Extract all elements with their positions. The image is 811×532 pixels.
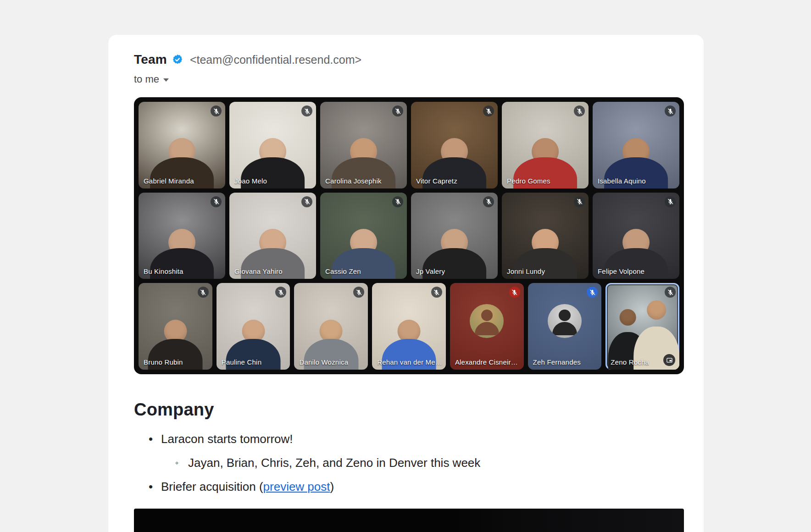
meet-row: Bruno Rubin Pauline Chin Danilo Woznica: [139, 283, 679, 370]
briefer-preview-image: [134, 509, 684, 532]
sender-email: <team@confidential.resend.com>: [190, 53, 361, 66]
participant-name: Pauline Chin: [222, 358, 261, 366]
participant-tile: Jp Valery: [411, 193, 498, 279]
participant-name: Bruno Rubin: [144, 358, 183, 366]
bullet-text: Briefer acquisition (: [161, 480, 263, 493]
mic-muted-icon: [211, 105, 222, 116]
avatar: [548, 304, 582, 338]
mic-muted-icon: [211, 196, 222, 207]
mic-muted-icon: [431, 287, 442, 298]
participant-tile: Cassio Zen: [320, 193, 407, 279]
preview-post-link[interactable]: preview post: [263, 480, 330, 493]
participant-tile: Giovana Yahiro: [229, 193, 316, 279]
participant-tile: Alexandre Cisneir…: [450, 283, 524, 370]
participant-tile: Joao Melo: [229, 102, 316, 188]
mic-muted-icon: [665, 196, 676, 207]
section-heading-company: Company: [134, 400, 683, 420]
mic-muted-icon: [392, 196, 403, 207]
participant-name: Isabella Aquino: [598, 177, 646, 185]
participant-tile: Bu Kinoshita: [139, 193, 225, 279]
recipient-label: to me: [134, 73, 159, 85]
participant-name: Cassio Zen: [325, 267, 361, 275]
bullet-text: Jayan, Brian, Chris, Zeh, and Zeno in De…: [188, 456, 480, 470]
participant-tile: Pedro Gomes: [502, 102, 589, 188]
pip-icon: [663, 354, 675, 366]
verified-badge-icon: [172, 54, 183, 66]
participant-name: Vitor Capretz: [416, 177, 457, 185]
participant-name: Pedro Gomes: [507, 177, 550, 185]
hollow-bullet-marker: ◦: [175, 451, 178, 475]
mic-muted-icon: [353, 287, 364, 298]
participant-name: Joao Melo: [234, 177, 267, 185]
participant-name: Danilo Woznica: [299, 358, 348, 366]
participant-tile: Zeno Rocha: [605, 283, 679, 370]
participant-tile: Rehan van der Me…: [372, 283, 446, 370]
email-card: Team <team@confidential.resend.com> to m…: [108, 35, 704, 532]
meet-row: Gabriel Miranda Joao Melo Carolina Josep…: [139, 102, 679, 188]
participant-tile: Pauline Chin: [217, 283, 290, 370]
team-call-image: Gabriel Miranda Joao Melo Carolina Josep…: [134, 97, 684, 374]
participant-name: Bu Kinoshita: [144, 267, 183, 275]
bullet-marker: •: [149, 427, 153, 451]
chevron-down-icon: [163, 78, 169, 82]
avatar: [470, 304, 504, 338]
participant-tile: Gabriel Miranda: [139, 102, 225, 188]
participant-name: Rehan van der Me…: [377, 358, 442, 366]
participant-tile: Zeh Fernandes: [528, 283, 602, 370]
mic-muted-icon: [392, 105, 403, 116]
mic-muted-icon: [275, 287, 286, 298]
bullet-item: ◦Jayan, Brian, Chris, Zeh, and Zeno in D…: [134, 451, 683, 475]
mic-muted-icon: [574, 196, 585, 207]
bullet-item: •Laracon starts tomorrow!: [134, 427, 683, 451]
participant-name: Jonni Lundy: [507, 267, 545, 275]
bullet-text: ): [330, 480, 334, 493]
bullet-marker: •: [149, 475, 153, 499]
participant-tile: Vitor Capretz: [411, 102, 498, 188]
mic-muted-icon: [509, 287, 520, 298]
participant-name: Zeh Fernandes: [533, 358, 581, 366]
mic-muted-icon: [665, 287, 676, 298]
participant-name: Zeno Rocha: [611, 358, 649, 366]
bullet-text: Laracon starts tomorrow!: [161, 432, 293, 446]
mic-muted-icon: [665, 105, 676, 116]
participant-tile: Isabella Aquino: [593, 102, 679, 188]
recipient-dropdown[interactable]: to me: [134, 73, 169, 85]
email-header: Team <team@confidential.resend.com>: [134, 52, 683, 67]
participant-name: Alexandre Cisneir…: [455, 358, 518, 366]
meet-row: Bu Kinoshita Giovana Yahiro Cassio Zen: [139, 193, 679, 279]
sender-name: Team: [134, 52, 167, 67]
mic-muted-icon: [587, 287, 598, 298]
participant-name: Jp Valery: [416, 267, 445, 275]
mic-muted-icon: [301, 105, 312, 116]
mic-muted-icon: [198, 287, 209, 298]
mic-muted-icon: [574, 105, 585, 116]
bullet-item: •Briefer acquisition (preview post): [134, 475, 683, 499]
participant-tile: Bruno Rubin: [139, 283, 212, 370]
participant-name: Giovana Yahiro: [234, 267, 283, 275]
participant-tile: Jonni Lundy: [502, 193, 589, 279]
participant-tile: Felipe Volpone: [593, 193, 679, 279]
mic-muted-icon: [483, 105, 494, 116]
participant-name: Felipe Volpone: [598, 267, 644, 275]
participant-name: Gabriel Miranda: [144, 177, 194, 185]
mic-muted-icon: [483, 196, 494, 207]
mic-muted-icon: [301, 196, 312, 207]
participant-name: Carolina Josephik: [325, 177, 382, 185]
participant-tile: Carolina Josephik: [320, 102, 407, 188]
company-bullet-list: •Laracon starts tomorrow!◦Jayan, Brian, …: [134, 427, 683, 499]
participant-tile: Danilo Woznica: [294, 283, 368, 370]
